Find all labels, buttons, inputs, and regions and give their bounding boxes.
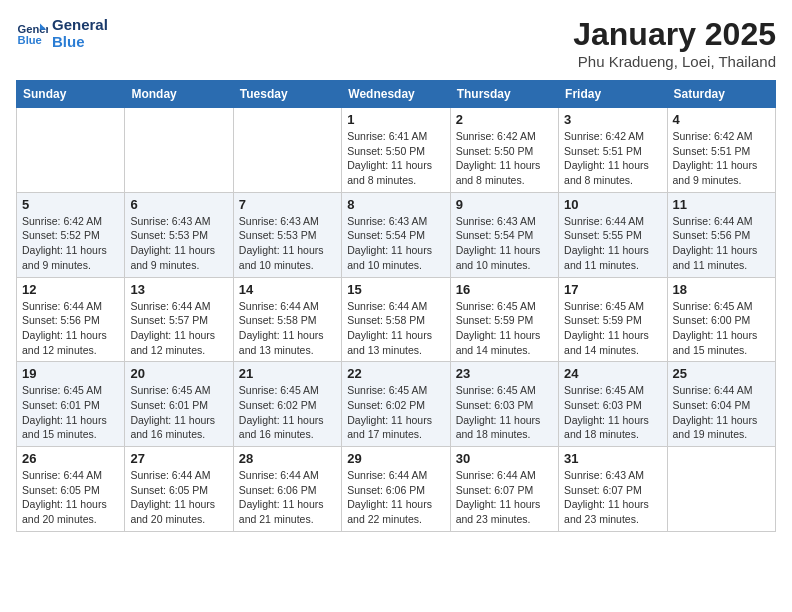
day-number: 20 [130,366,227,381]
logo-general: General [52,16,108,33]
logo-blue: Blue [52,33,108,50]
day-info: Sunrise: 6:44 AMSunset: 6:05 PMDaylight:… [22,468,119,527]
day-info: Sunrise: 6:43 AMSunset: 6:07 PMDaylight:… [564,468,661,527]
weekday-sunday: Sunday [17,81,125,108]
weekday-friday: Friday [559,81,667,108]
day-info: Sunrise: 6:44 AMSunset: 5:56 PMDaylight:… [673,214,770,273]
weekday-saturday: Saturday [667,81,775,108]
weekday-header-row: SundayMondayTuesdayWednesdayThursdayFrid… [17,81,776,108]
day-info: Sunrise: 6:44 AMSunset: 6:04 PMDaylight:… [673,383,770,442]
day-cell: 28Sunrise: 6:44 AMSunset: 6:06 PMDayligh… [233,447,341,532]
day-cell: 24Sunrise: 6:45 AMSunset: 6:03 PMDayligh… [559,362,667,447]
day-info: Sunrise: 6:43 AMSunset: 5:54 PMDaylight:… [456,214,553,273]
day-cell: 18Sunrise: 6:45 AMSunset: 6:00 PMDayligh… [667,277,775,362]
day-info: Sunrise: 6:43 AMSunset: 5:54 PMDaylight:… [347,214,444,273]
day-cell: 21Sunrise: 6:45 AMSunset: 6:02 PMDayligh… [233,362,341,447]
day-info: Sunrise: 6:42 AMSunset: 5:51 PMDaylight:… [564,129,661,188]
day-number: 1 [347,112,444,127]
logo-icon: General Blue [16,17,48,49]
day-number: 15 [347,282,444,297]
day-info: Sunrise: 6:43 AMSunset: 5:53 PMDaylight:… [130,214,227,273]
day-number: 26 [22,451,119,466]
svg-text:Blue: Blue [18,34,42,46]
day-number: 25 [673,366,770,381]
day-number: 5 [22,197,119,212]
day-number: 23 [456,366,553,381]
week-row-3: 12Sunrise: 6:44 AMSunset: 5:56 PMDayligh… [17,277,776,362]
day-info: Sunrise: 6:44 AMSunset: 5:56 PMDaylight:… [22,299,119,358]
day-number: 28 [239,451,336,466]
day-number: 16 [456,282,553,297]
day-cell: 20Sunrise: 6:45 AMSunset: 6:01 PMDayligh… [125,362,233,447]
day-number: 30 [456,451,553,466]
day-number: 29 [347,451,444,466]
day-cell: 2Sunrise: 6:42 AMSunset: 5:50 PMDaylight… [450,108,558,193]
day-number: 17 [564,282,661,297]
day-cell: 17Sunrise: 6:45 AMSunset: 5:59 PMDayligh… [559,277,667,362]
day-cell: 11Sunrise: 6:44 AMSunset: 5:56 PMDayligh… [667,192,775,277]
day-cell: 30Sunrise: 6:44 AMSunset: 6:07 PMDayligh… [450,447,558,532]
day-info: Sunrise: 6:44 AMSunset: 6:05 PMDaylight:… [130,468,227,527]
logo: General Blue General Blue [16,16,108,51]
day-cell: 25Sunrise: 6:44 AMSunset: 6:04 PMDayligh… [667,362,775,447]
day-info: Sunrise: 6:44 AMSunset: 5:55 PMDaylight:… [564,214,661,273]
day-number: 3 [564,112,661,127]
day-number: 8 [347,197,444,212]
day-number: 10 [564,197,661,212]
day-cell: 4Sunrise: 6:42 AMSunset: 5:51 PMDaylight… [667,108,775,193]
day-info: Sunrise: 6:45 AMSunset: 6:03 PMDaylight:… [456,383,553,442]
day-number: 14 [239,282,336,297]
weekday-monday: Monday [125,81,233,108]
day-info: Sunrise: 6:44 AMSunset: 5:58 PMDaylight:… [347,299,444,358]
day-number: 21 [239,366,336,381]
day-cell: 19Sunrise: 6:45 AMSunset: 6:01 PMDayligh… [17,362,125,447]
day-cell: 12Sunrise: 6:44 AMSunset: 5:56 PMDayligh… [17,277,125,362]
day-cell: 16Sunrise: 6:45 AMSunset: 5:59 PMDayligh… [450,277,558,362]
day-cell: 3Sunrise: 6:42 AMSunset: 5:51 PMDaylight… [559,108,667,193]
day-number: 22 [347,366,444,381]
day-info: Sunrise: 6:43 AMSunset: 5:53 PMDaylight:… [239,214,336,273]
day-cell [125,108,233,193]
calendar-table: SundayMondayTuesdayWednesdayThursdayFrid… [16,80,776,532]
day-cell [17,108,125,193]
weekday-thursday: Thursday [450,81,558,108]
day-cell: 10Sunrise: 6:44 AMSunset: 5:55 PMDayligh… [559,192,667,277]
day-info: Sunrise: 6:45 AMSunset: 6:02 PMDaylight:… [239,383,336,442]
day-number: 7 [239,197,336,212]
day-cell: 9Sunrise: 6:43 AMSunset: 5:54 PMDaylight… [450,192,558,277]
page-header: General Blue General Blue January 2025 P… [16,16,776,70]
day-number: 19 [22,366,119,381]
title-block: January 2025 Phu Kradueng, Loei, Thailan… [573,16,776,70]
day-info: Sunrise: 6:45 AMSunset: 6:01 PMDaylight:… [22,383,119,442]
week-row-2: 5Sunrise: 6:42 AMSunset: 5:52 PMDaylight… [17,192,776,277]
day-number: 6 [130,197,227,212]
day-info: Sunrise: 6:42 AMSunset: 5:50 PMDaylight:… [456,129,553,188]
day-info: Sunrise: 6:45 AMSunset: 6:00 PMDaylight:… [673,299,770,358]
day-cell: 29Sunrise: 6:44 AMSunset: 6:06 PMDayligh… [342,447,450,532]
week-row-5: 26Sunrise: 6:44 AMSunset: 6:05 PMDayligh… [17,447,776,532]
day-info: Sunrise: 6:45 AMSunset: 5:59 PMDaylight:… [564,299,661,358]
day-number: 18 [673,282,770,297]
day-cell: 27Sunrise: 6:44 AMSunset: 6:05 PMDayligh… [125,447,233,532]
day-cell: 22Sunrise: 6:45 AMSunset: 6:02 PMDayligh… [342,362,450,447]
day-cell: 23Sunrise: 6:45 AMSunset: 6:03 PMDayligh… [450,362,558,447]
calendar-title: January 2025 [573,16,776,53]
day-cell: 7Sunrise: 6:43 AMSunset: 5:53 PMDaylight… [233,192,341,277]
day-number: 9 [456,197,553,212]
day-info: Sunrise: 6:41 AMSunset: 5:50 PMDaylight:… [347,129,444,188]
day-info: Sunrise: 6:44 AMSunset: 6:06 PMDaylight:… [239,468,336,527]
day-info: Sunrise: 6:45 AMSunset: 6:01 PMDaylight:… [130,383,227,442]
day-cell: 8Sunrise: 6:43 AMSunset: 5:54 PMDaylight… [342,192,450,277]
day-cell: 26Sunrise: 6:44 AMSunset: 6:05 PMDayligh… [17,447,125,532]
weekday-wednesday: Wednesday [342,81,450,108]
day-number: 11 [673,197,770,212]
day-info: Sunrise: 6:45 AMSunset: 6:03 PMDaylight:… [564,383,661,442]
day-cell: 15Sunrise: 6:44 AMSunset: 5:58 PMDayligh… [342,277,450,362]
day-cell: 13Sunrise: 6:44 AMSunset: 5:57 PMDayligh… [125,277,233,362]
day-cell: 5Sunrise: 6:42 AMSunset: 5:52 PMDaylight… [17,192,125,277]
day-cell [233,108,341,193]
day-info: Sunrise: 6:45 AMSunset: 5:59 PMDaylight:… [456,299,553,358]
day-number: 24 [564,366,661,381]
day-cell: 31Sunrise: 6:43 AMSunset: 6:07 PMDayligh… [559,447,667,532]
day-number: 12 [22,282,119,297]
